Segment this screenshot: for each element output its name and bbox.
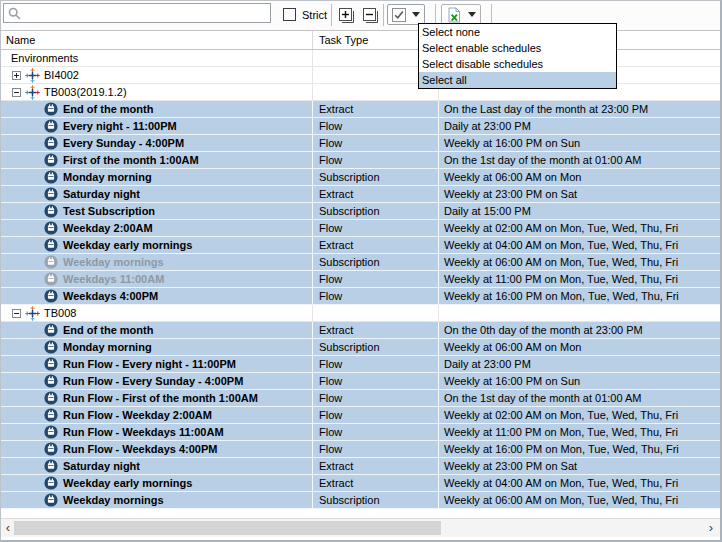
toolbar-separator [383, 4, 384, 26]
schedule-row[interactable]: End of the monthExtractOn the Last day o… [1, 101, 720, 118]
excel-export-icon [446, 7, 462, 23]
schedule-row[interactable]: Weekday morningsSubscriptionWeekly at 06… [1, 492, 720, 509]
schedule-row[interactable]: Every night - 11:00PMFlowDaily at 23:00 … [1, 118, 720, 135]
search-icon [8, 7, 21, 22]
schedule-row[interactable]: Weekdays 4:00PMFlowWeekly at 16:00 PM on… [1, 288, 720, 305]
schedule-description: Weekly at 06:00 AM on Mon [444, 339, 581, 355]
menu-item-select-all[interactable]: Select all [419, 72, 616, 88]
column-header-name[interactable]: Name [1, 31, 313, 49]
task-type: Flow [319, 118, 342, 134]
schedule-calendar-icon [44, 221, 58, 235]
menu-item-select-enable-schedules[interactable]: Select enable schedules [419, 40, 616, 56]
schedule-row[interactable]: Monday morningSubscriptionWeekly at 06:0… [1, 169, 720, 186]
schedule-row[interactable]: Run Flow - Weekday 2:00AMFlowWeekly at 0… [1, 407, 720, 424]
schedule-description: Weekly at 06:00 AM on Mon, Tue, Wed, Thu… [444, 254, 678, 270]
schedule-row[interactable]: Run Flow - First of the month 1:00AMFlow… [1, 390, 720, 407]
schedule-description: Weekly at 04:00 AM on Mon, Tue, Wed, Thu… [444, 237, 678, 253]
schedule-name: Run Flow - Every Sunday - 4:00PM [63, 373, 243, 389]
schedule-calendar-icon [44, 153, 58, 167]
select-dropdown-menu: Select noneSelect enable schedulesSelect… [418, 23, 617, 89]
tableau-environment-icon [25, 68, 40, 83]
schedule-row[interactable]: Weekday morningsSubscriptionWeekly at 06… [1, 254, 720, 271]
schedule-row[interactable]: Weekday early morningsExtractWeekly at 0… [1, 475, 720, 492]
scroll-left-button[interactable]: ‹ [2, 519, 14, 537]
schedule-name: Run Flow - Weekdays 4:00PM [63, 441, 217, 457]
horizontal-scrollbar[interactable]: ‹ › [1, 518, 720, 537]
schedule-calendar-icon [44, 136, 58, 150]
tree-collapse-toggle[interactable] [12, 309, 21, 318]
schedule-name: Weekday mornings [63, 492, 164, 508]
schedule-calendar-icon [44, 204, 58, 218]
schedule-name: Run Flow - Weekday 2:00AM [63, 407, 212, 423]
minus-box-icon [362, 7, 379, 24]
schedule-name: Weekday mornings [63, 254, 164, 270]
scrollbar-thumb[interactable] [14, 521, 441, 535]
export-button[interactable] [441, 4, 481, 25]
schedule-row[interactable]: Saturday nightExtractWeekly at 23:00 PM … [1, 458, 720, 475]
schedule-row[interactable]: Run Flow - Every night - 11:00PMFlowDail… [1, 356, 720, 373]
schedule-name: Weekday 2:00AM [63, 220, 153, 236]
strict-label: Strict [302, 9, 327, 21]
schedule-row[interactable]: End of the monthExtractOn the 0th day of… [1, 322, 720, 339]
menu-item-select-none[interactable]: Select none [419, 24, 616, 40]
schedule-row[interactable]: Run Flow - Weekdays 4:00PMFlowWeekly at … [1, 441, 720, 458]
tree-collapse-toggle[interactable] [12, 88, 21, 97]
schedule-calendar-icon [44, 459, 58, 473]
schedule-calendar-icon [44, 374, 58, 388]
chevron-down-icon [468, 12, 476, 17]
scroll-right-button[interactable]: › [705, 519, 717, 537]
schedule-calendar-icon [44, 340, 58, 354]
toolbar-separator [331, 4, 332, 26]
schedule-row[interactable]: Every Sunday - 4:00PMFlowWeekly at 16:00… [1, 135, 720, 152]
select-schedules-button[interactable] [387, 4, 425, 25]
section-label: Environments [6, 50, 78, 66]
schedule-row[interactable]: Test SubscriptionSubscriptionDaily at 15… [1, 203, 720, 220]
schedule-calendar-icon [44, 493, 58, 507]
schedule-description: On the 0th day of the month at 23:00 PM [444, 322, 643, 338]
task-type: Subscription [319, 339, 380, 355]
task-type: Flow [319, 441, 342, 457]
task-type: Flow [319, 135, 342, 151]
schedule-row[interactable]: Weekday 2:00AMFlowWeekly at 02:00 AM on … [1, 220, 720, 237]
task-type: Flow [319, 288, 342, 304]
schedule-description: On the 1st day of the month at 01:00 AM [444, 152, 642, 168]
schedule-description: Weekly at 16:00 PM on Sun [444, 373, 580, 389]
schedule-row[interactable]: Monday morningSubscriptionWeekly at 06:0… [1, 339, 720, 356]
menu-item-select-disable-schedules[interactable]: Select disable schedules [419, 56, 616, 72]
schedule-name: Run Flow - Every night - 11:00PM [63, 356, 236, 372]
strict-checkbox[interactable] [283, 8, 296, 21]
task-type: Extract [319, 237, 353, 253]
schedule-name: Saturday night [63, 458, 140, 474]
schedule-row[interactable]: First of the month 1:00AMFlowOn the 1st … [1, 152, 720, 169]
environment-row[interactable]: TB008 [1, 305, 720, 322]
schedule-description: Weekly at 02:00 AM on Mon, Tue, Wed, Thu… [444, 220, 678, 236]
schedule-description: Daily at 23:00 PM [444, 118, 531, 134]
schedule-row[interactable]: Saturday nightExtractWeekly at 23:00 PM … [1, 186, 720, 203]
tree-expand-toggle[interactable] [12, 71, 21, 80]
task-type: Flow [319, 373, 342, 389]
chevron-down-icon [412, 12, 420, 17]
task-type: Flow [319, 424, 342, 440]
tableau-environment-icon [25, 85, 40, 100]
collapse-all-button[interactable] [361, 6, 379, 24]
schedule-calendar-icon [44, 187, 58, 201]
task-type: Flow [319, 152, 342, 168]
task-type: Subscription [319, 254, 380, 270]
schedule-description: Daily at 23:00 PM [444, 356, 531, 372]
search-input[interactable] [24, 5, 268, 21]
task-type: Subscription [319, 169, 380, 185]
schedule-row[interactable]: Run Flow - Weekdays 11:00AMFlowWeekly at… [1, 424, 720, 441]
schedule-name: First of the month 1:00AM [63, 152, 199, 168]
schedule-row[interactable]: Weekday early morningsExtractWeekly at 0… [1, 237, 720, 254]
schedule-name: Weekdays 4:00PM [63, 288, 158, 304]
schedule-description: On the 1st day of the month at 01:00 AM [444, 390, 642, 406]
task-type: Extract [319, 101, 353, 117]
schedule-calendar-icon [44, 102, 58, 116]
schedule-calendar-icon [44, 442, 58, 456]
schedule-calendar-icon [44, 323, 58, 337]
schedule-description: Weekly at 16:00 PM on Mon, Tue, Wed, Thu… [444, 288, 679, 304]
schedule-row[interactable]: Run Flow - Every Sunday - 4:00PMFlowWeek… [1, 373, 720, 390]
schedule-row[interactable]: Weekdays 11:00AMFlowWeekly at 11:00 PM o… [1, 271, 720, 288]
expand-all-button[interactable] [337, 6, 355, 24]
schedule-description: Daily at 15:00 PM [444, 203, 531, 219]
